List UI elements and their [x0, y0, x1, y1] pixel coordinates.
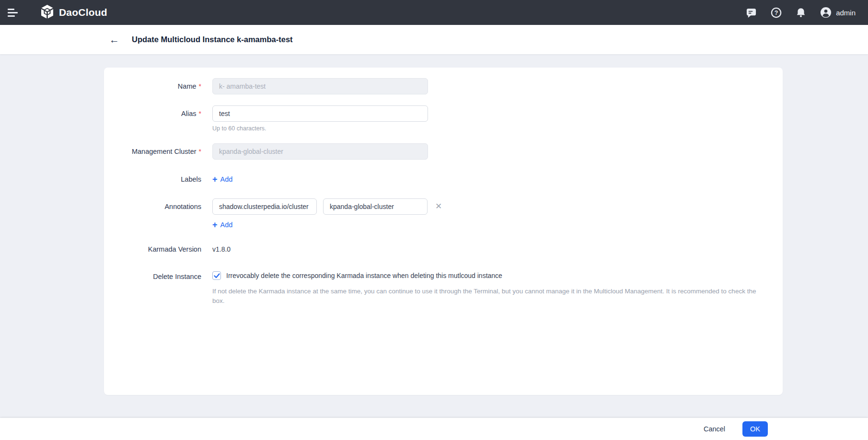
name-label: Name* — [104, 78, 201, 94]
action-footer: Cancel OK — [0, 418, 868, 440]
management-cluster-label: Management Cluster* — [104, 143, 201, 160]
brand[interactable]: DaoCloud — [40, 4, 107, 21]
annotation-key-input[interactable] — [212, 198, 317, 215]
karmada-version-label: Karmada Version — [104, 243, 201, 255]
alias-input[interactable] — [212, 105, 428, 122]
ok-button[interactable]: OK — [742, 421, 768, 437]
form-row-labels: Labels + Add — [104, 174, 783, 185]
form-row-annotations: Annotations ✕ + Add — [104, 198, 783, 231]
annotation-value-input[interactable] — [323, 198, 428, 215]
plus-icon: + — [212, 220, 218, 229]
page-body: Name* Alias* Up to 60 characters. Manage… — [0, 54, 868, 418]
plus-icon: + — [212, 175, 218, 184]
username: admin — [836, 9, 856, 17]
bell-icon[interactable] — [795, 7, 807, 18]
avatar-icon — [820, 7, 832, 18]
name-input[interactable] — [212, 78, 428, 94]
daocloud-logo-icon — [40, 4, 54, 21]
karmada-version-value: v1.8.0 — [212, 243, 783, 255]
annotation-pair: ✕ — [212, 198, 783, 215]
page-header: ← Update Multicloud Instance k-amamba-te… — [0, 25, 868, 54]
cancel-button[interactable]: Cancel — [699, 422, 730, 436]
required-marker: * — [199, 148, 201, 155]
form-row-alias: Alias* Up to 60 characters. — [104, 105, 783, 132]
form-row-karmada-version: Karmada Version v1.8.0 — [104, 243, 783, 255]
form-row-name: Name* — [104, 78, 783, 94]
brand-name: DaoCloud — [59, 7, 107, 18]
management-cluster-input[interactable] — [212, 143, 428, 160]
annotations-label: Annotations — [104, 198, 201, 215]
svg-text:?: ? — [774, 9, 778, 16]
remove-annotation-icon[interactable]: ✕ — [435, 198, 442, 215]
delete-instance-help-text: If not delete the Karmada instance at th… — [212, 287, 764, 306]
form-row-management-cluster: Management Cluster* — [104, 143, 783, 160]
help-icon[interactable]: ? — [770, 7, 782, 18]
checkmark-icon — [214, 273, 220, 278]
required-marker: * — [199, 82, 201, 90]
alias-label: Alias* — [104, 105, 201, 122]
form-card: Name* Alias* Up to 60 characters. Manage… — [104, 68, 783, 395]
page-title: Update Multicloud Instance k-amamba-test — [132, 35, 293, 44]
delete-instance-checkbox[interactable] — [212, 271, 221, 280]
message-icon[interactable] — [745, 7, 757, 18]
annotations-add-button[interactable]: + Add — [212, 219, 232, 231]
back-icon[interactable]: ← — [107, 34, 121, 46]
user-menu[interactable]: admin — [820, 7, 856, 18]
labels-label: Labels — [104, 174, 201, 185]
menu-icon[interactable] — [8, 8, 19, 17]
alias-helper-text: Up to 60 characters. — [212, 125, 783, 132]
form-row-delete-instance: Delete Instance Irrevocably delete the c… — [104, 271, 783, 306]
delete-instance-label: Delete Instance — [104, 271, 201, 282]
labels-add-button[interactable]: + Add — [212, 174, 232, 185]
topbar: DaoCloud ? — [0, 0, 868, 25]
delete-instance-checkbox-label: Irrevocably delete the corresponding Kar… — [226, 271, 502, 280]
required-marker: * — [199, 110, 201, 117]
